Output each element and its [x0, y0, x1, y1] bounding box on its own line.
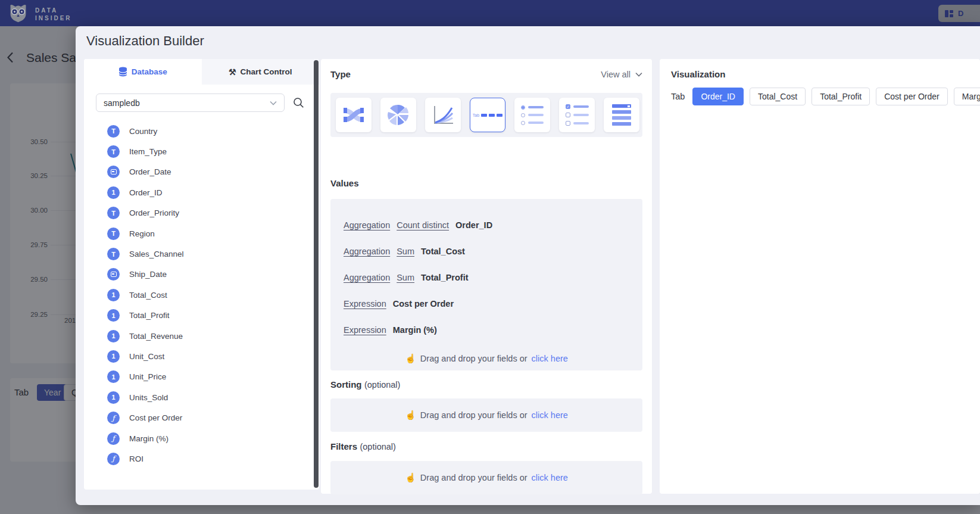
chart-type-tab[interactable]: Tab [470, 98, 505, 132]
filters-section-title: Filters (optional) [330, 441, 396, 452]
aggregation-fn-link[interactable]: Sum [397, 247, 414, 256]
sorting-section-title: Sorting (optional) [330, 379, 400, 390]
field-unit-cost[interactable]: Unit_Cost [84, 346, 319, 366]
field-margin-pct[interactable]: Margin (%) [84, 428, 319, 448]
number-type-icon [107, 350, 120, 363]
field-country[interactable]: Country [84, 121, 319, 141]
text-type-icon [107, 145, 120, 158]
tab-database[interactable]: Database [84, 59, 202, 85]
value-row: Expression Cost per Order [344, 291, 629, 317]
owl-logo-icon [7, 2, 29, 24]
field-roi[interactable]: ROI [84, 448, 319, 469]
app-header: DATA INSIDER D [0, 0, 980, 26]
dropdown-icon [612, 104, 631, 126]
drag-hand-icon: ☝ [405, 410, 416, 420]
viz-tab-label: Tab [671, 92, 685, 101]
values-drop-zone[interactable]: ☝ Drag and drop your fields or click her… [344, 343, 629, 374]
value-field[interactable]: Margin (%) [393, 325, 437, 335]
field-list: Country Item_Type Order_Date Order_ID Or… [84, 121, 319, 469]
chart-type-radio-list[interactable] [514, 98, 550, 132]
tab-filter-icon: Tab [473, 113, 503, 117]
number-type-icon [107, 391, 120, 404]
field-units-sold[interactable]: Units_Sold [84, 387, 319, 407]
values-section-title: Values [330, 178, 359, 188]
field-total-revenue[interactable]: Total_Revenue [84, 326, 319, 346]
aggregation-link[interactable]: Aggregation [344, 273, 390, 282]
search-icon[interactable] [293, 97, 304, 108]
text-type-icon [107, 125, 120, 138]
field-region[interactable]: Region [84, 223, 319, 244]
radio-list-icon [521, 105, 544, 125]
viz-tab-margin-pct[interactable]: Margin (%) [954, 88, 980, 105]
drag-hand-icon: ☝ [405, 353, 416, 364]
values-box: Aggregation Count distinct Order_ID Aggr… [330, 199, 642, 370]
layout-icon [944, 9, 954, 18]
aggregation-fn-link[interactable]: Sum [397, 273, 414, 282]
sorting-click-here-link[interactable]: click here [532, 410, 568, 420]
field-total-cost[interactable]: Total_Cost [84, 285, 319, 305]
expression-link[interactable]: Expression [344, 325, 386, 335]
header-button-label: D [958, 9, 963, 18]
value-field[interactable]: Total_Profit [421, 273, 468, 282]
checkbox-list-icon [566, 104, 589, 126]
value-field[interactable]: Total_Cost [421, 247, 465, 256]
sorting-drop-zone[interactable]: ☝ Drag and drop your fields or click her… [330, 398, 642, 432]
field-order-priority[interactable]: Order_Priority [84, 203, 319, 223]
visualization-panel: Visualization Tab Order_ID Total_Cost To… [660, 59, 980, 494]
number-type-icon [107, 370, 120, 383]
datasource-select[interactable]: sampledb [96, 94, 285, 112]
chart-type-checkbox-list[interactable] [559, 98, 595, 132]
scrollbar-thumb[interactable] [314, 60, 319, 488]
viz-tab-cost-per-order[interactable]: Cost per Order [876, 88, 948, 105]
chart-type-line[interactable] [425, 98, 461, 132]
field-order-date[interactable]: Order_Date [84, 162, 319, 182]
visualization-tab-row: Tab Order_ID Total_Cost Total_Profit Cos… [671, 88, 980, 105]
tab-database-label: Database [132, 67, 167, 76]
visualization-builder-modal: Visualization Builder Database [76, 26, 980, 505]
viz-tab-total-profit[interactable]: Total_Profit [812, 88, 870, 105]
drag-hand-icon: ☝ [405, 472, 416, 483]
number-type-icon [107, 309, 120, 322]
field-total-profit[interactable]: Total_Profit [84, 306, 319, 326]
field-unit-price[interactable]: Unit_Price [84, 367, 319, 387]
field-ship-date[interactable]: Ship_Date [84, 264, 319, 285]
viz-tab-total-cost[interactable]: Total_Cost [750, 88, 806, 105]
tab-chart-control-label: Chart Control [241, 67, 292, 76]
database-icon [118, 67, 127, 77]
aggregation-link[interactable]: Aggregation [344, 247, 390, 256]
chevron-down-icon [635, 72, 642, 77]
type-section-title: Type [330, 69, 351, 79]
value-row: Aggregation Sum Total_Profit [344, 264, 629, 291]
chart-type-strip: Tab [330, 93, 642, 137]
values-click-here-link[interactable]: click here [532, 354, 568, 363]
tab-chart-control[interactable]: ⚒ Chart Control [202, 59, 320, 85]
value-field[interactable]: Cost per Order [393, 299, 454, 309]
builder-panel: Type View all [321, 59, 652, 494]
text-type-icon [107, 248, 120, 260]
value-field[interactable]: Order_ID [455, 220, 492, 230]
datasource-value: sampledb [104, 98, 140, 108]
chart-type-pie[interactable] [380, 98, 416, 132]
view-all-button[interactable]: View all [601, 70, 642, 79]
field-order-id[interactable]: Order_ID [84, 182, 319, 203]
function-type-icon [107, 432, 120, 445]
dashboard-header-button[interactable]: D [938, 5, 980, 22]
field-sales-channel[interactable]: Sales_Channel [84, 244, 319, 264]
viz-tab-order-id[interactable]: Order_ID [692, 88, 744, 105]
expression-link[interactable]: Expression [344, 299, 386, 309]
text-type-icon [107, 228, 120, 240]
tools-icon: ⚒ [229, 68, 236, 76]
field-item-type[interactable]: Item_Type [84, 141, 319, 161]
function-type-icon [107, 412, 120, 424]
chart-type-sankey[interactable] [336, 98, 372, 132]
date-type-icon [107, 268, 120, 281]
aggregation-fn-link[interactable]: Count distinct [397, 220, 449, 230]
filters-click-here-link[interactable]: click here [532, 473, 568, 482]
number-type-icon [107, 186, 120, 199]
chart-type-dropdown[interactable] [604, 98, 639, 132]
function-type-icon [107, 453, 120, 465]
aggregation-link[interactable]: Aggregation [344, 220, 390, 230]
field-cost-per-order[interactable]: Cost per Order [84, 407, 319, 428]
filters-drop-zone[interactable]: ☝ Drag and drop your fields or click her… [330, 461, 642, 494]
value-row: Expression Margin (%) [344, 317, 629, 343]
